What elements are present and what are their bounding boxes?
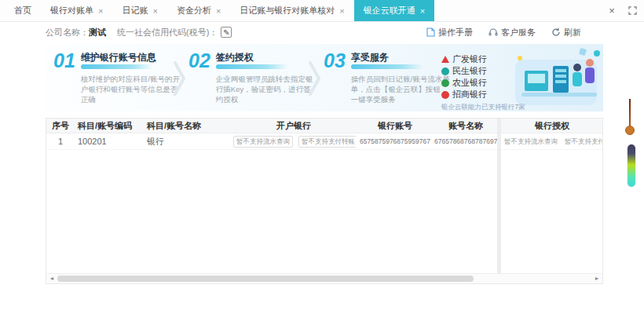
- step-1-desc: 核对维护的对应科目/账号的开户银行和银行账号等信息是否正确: [81, 74, 181, 104]
- cell-opening-bank: 暂不支持流水查询 暂不支持支付转账: [232, 136, 356, 148]
- table-header-row: 序号 科目/账号编码 科目/账号名称 开户银行 银行账号 账号名称 银行授权: [46, 119, 602, 133]
- cell-account-code: 100201: [75, 137, 144, 146]
- company-label: 公司名称：: [46, 27, 89, 38]
- cell-account-name: 银行: [144, 136, 232, 148]
- chevron-right-icon: [306, 52, 324, 99]
- bank-item-minsheng[interactable]: 民生银行: [441, 65, 526, 77]
- pin-slider-widget[interactable]: [625, 99, 635, 137]
- fullscreen-icon[interactable]: [624, 2, 641, 20]
- tab-label: 银企云联开通: [364, 5, 415, 16]
- bank-item-guangfa[interactable]: 广发银行: [441, 53, 526, 65]
- cell-seq: 1: [46, 137, 75, 146]
- vertical-scrollbar[interactable]: [497, 119, 501, 273]
- app-window: 首页 银行对账单 × 日记账 × 资金分析 × 日记账与银行对账单核对 × 银企…: [0, 0, 644, 314]
- step-underline: [81, 64, 153, 69]
- tab-close-icon[interactable]: ×: [216, 6, 221, 16]
- chevron-right-icon: [171, 52, 188, 99]
- pin-knob[interactable]: [625, 126, 635, 135]
- cell-bank-account-number: 6575875976875959767: [356, 137, 434, 145]
- tab-label: 日记账与银行对账单核对: [240, 5, 335, 16]
- tab-close-icon[interactable]: ×: [152, 6, 157, 16]
- tab-journal[interactable]: 日记账 ×: [112, 0, 166, 21]
- refresh-button[interactable]: 刷新: [551, 27, 581, 38]
- pin-line: [629, 99, 631, 129]
- scrollbar-track[interactable]: [57, 274, 591, 284]
- tab-journal-bank-check[interactable]: 日记账与银行对账单核对 ×: [230, 0, 353, 21]
- tab-bank-cloud-connect[interactable]: 银企云联开通 ×: [354, 0, 434, 21]
- header-account-name: 科目/账号名称: [144, 120, 232, 132]
- step-2: 02 签约授权 企业网银管理员跳转去指定银行插Key，验证密码，进行签约授权: [188, 52, 306, 104]
- header-account-title: 账号名称: [434, 120, 497, 132]
- step-2-desc: 企业网银管理员跳转去指定银行插Key，验证密码，进行签约授权: [216, 74, 317, 104]
- step-3-desc: 操作员回到日记账/账号流水菜单，点击【银企云联】按钮，一键享受服务: [351, 74, 452, 104]
- header-account-code: 科目/账号编码: [75, 120, 144, 132]
- window-controls: ×: [603, 0, 644, 21]
- manual-label: 操作手册: [438, 27, 473, 38]
- tab-label: 首页: [14, 5, 31, 16]
- document-icon: [426, 27, 435, 37]
- headset-icon: [488, 27, 498, 37]
- scrollbar-thumb[interactable]: [57, 276, 474, 282]
- refresh-icon: [551, 27, 561, 37]
- step-1-number: 01: [53, 52, 75, 104]
- banks-note: 银企云联能力已支持银行7家: [441, 103, 526, 111]
- company-info-row: 公司名称： 测试 统一社会信用代码(税号)： ✎ 操作手册 客户服务 刷新: [0, 24, 644, 41]
- header-bank-account: 银行账号: [356, 120, 434, 132]
- step-1-title: 维护银行账号信息: [81, 52, 181, 63]
- merchants-bank-icon: [441, 91, 449, 99]
- company-value: 测试: [89, 27, 106, 38]
- step-1: 01 维护银行账号信息 核对维护的对应科目/账号的开户银行和银行账号等信息是否正…: [53, 52, 171, 104]
- tab-close-icon[interactable]: ×: [420, 6, 425, 16]
- edit-icon[interactable]: ✎: [221, 27, 232, 38]
- step-2-number: 02: [188, 52, 210, 104]
- tab-label: 资金分析: [177, 5, 211, 16]
- header-bank-auth: 银行授权: [502, 120, 602, 132]
- tab-label: 日记账: [122, 5, 148, 16]
- refresh-label: 刷新: [564, 27, 581, 38]
- agricultural-bank-icon: [441, 79, 449, 87]
- header-seq: 序号: [46, 120, 75, 132]
- minsheng-bank-icon: [441, 68, 449, 75]
- bank-name: 招商银行: [452, 89, 487, 100]
- tab-bank-statement[interactable]: 银行对账单 ×: [41, 0, 112, 21]
- step-underline: [351, 64, 423, 69]
- step-3-number: 03: [324, 52, 346, 104]
- close-icon[interactable]: ×: [603, 2, 620, 20]
- scroll-left-button[interactable]: ◄: [46, 274, 57, 283]
- tab-close-icon[interactable]: ×: [98, 6, 103, 16]
- accounts-table: 序号 科目/账号编码 科目/账号名称 开户银行 银行账号 账号名称 银行授权 1…: [46, 118, 603, 284]
- tab-label: 银行对账单: [50, 5, 93, 16]
- manual-button[interactable]: 操作手册: [426, 27, 473, 38]
- step-underline: [216, 64, 288, 69]
- guangfa-bank-icon: [441, 56, 449, 63]
- cell-account-title: 6765786876878769768769: [434, 137, 497, 145]
- tab-bar: 首页 银行对账单 × 日记账 × 资金分析 × 日记账与银行对账单核对 × 银企…: [0, 0, 644, 22]
- status-badge-no-transfer: 暂不支持支付转账: [298, 136, 356, 148]
- tab-fund-analysis[interactable]: 资金分析 ×: [167, 0, 230, 21]
- header-opening-bank: 开户银行: [232, 120, 356, 132]
- tab-close-icon[interactable]: ×: [339, 6, 344, 16]
- scroll-right-button[interactable]: ►: [591, 274, 602, 283]
- bank-name: 农业银行: [452, 77, 487, 89]
- bank-name: 广发银行: [452, 53, 487, 65]
- status-badge-no-statement: 暂不支持流水查询: [233, 136, 293, 148]
- tax-code-label: 统一社会信用代码(税号)：: [117, 27, 218, 38]
- cell-bank-auth: 暂不支持流水查询 暂不支持支付转账: [502, 136, 602, 147]
- table-row[interactable]: 1 100201 银行 暂不支持流水查询 暂不支持支付转账 6575875976…: [46, 133, 602, 150]
- horizontal-scrollbar: ◄ ►: [46, 273, 602, 283]
- onboarding-banner: 01 维护银行账号信息 核对维护的对应科目/账号的开户银行和银行账号等信息是否正…: [46, 44, 603, 111]
- customer-service-label: 客户服务: [501, 27, 536, 38]
- auth-status-no-statement: 暂不支持流水查询: [504, 137, 558, 145]
- step-3: 03 享受服务 操作员回到日记账/账号流水菜单，点击【银企云联】按钮，一键享受服…: [324, 52, 441, 104]
- auth-status-no-transfer: 暂不支持支付转账: [565, 137, 602, 145]
- step-2-title: 签约授权: [216, 52, 317, 63]
- bank-item-agricultural[interactable]: 农业银行: [441, 77, 526, 89]
- step-3-title: 享受服务: [351, 52, 452, 63]
- toolbar-buttons: 操作手册 客户服务 刷新: [426, 27, 581, 38]
- bank-item-merchants[interactable]: 招商银行: [441, 89, 526, 100]
- gradient-scale-widget[interactable]: [628, 144, 635, 187]
- customer-service-button[interactable]: 客户服务: [488, 27, 536, 38]
- supported-banks-list: 广发银行 民生银行 农业银行 招商银行 银企云联能力已支持银行7家: [441, 52, 526, 111]
- tab-home[interactable]: 首页: [5, 0, 41, 21]
- bank-name: 民生银行: [452, 65, 487, 77]
